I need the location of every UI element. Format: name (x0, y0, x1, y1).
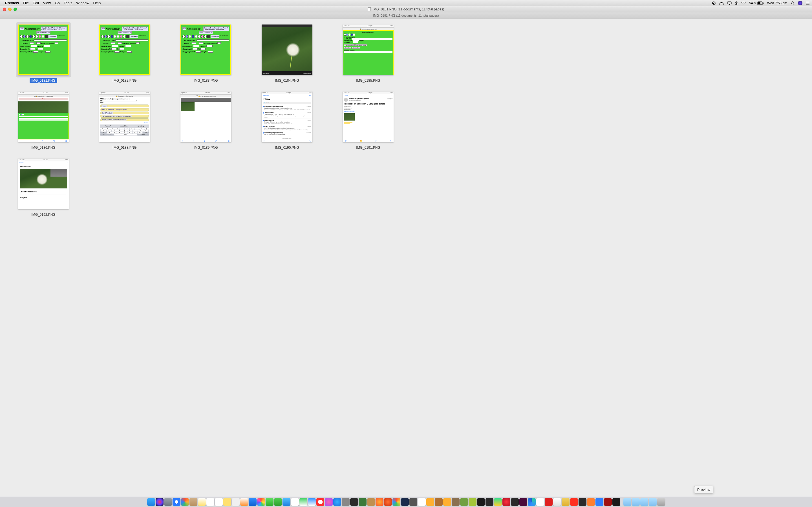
dock-icon-folder1[interactable] (623, 498, 631, 506)
thumbnail-item[interactable]: Optus 4G2:35 pm48% ‹ Inbox⌃ ⌄ Feedback: … (8, 159, 79, 217)
minimize-button[interactable] (8, 8, 11, 11)
dock-icon-wechat[interactable] (274, 498, 282, 506)
dock-icon-messages[interactable] (266, 498, 273, 506)
dock-icon-folder2[interactable] (632, 498, 640, 506)
dock-icon-gimp2[interactable] (460, 498, 468, 506)
menu-tools[interactable]: Tools (64, 1, 72, 5)
dock-icon-android[interactable] (469, 498, 476, 506)
dock-icon-panda[interactable] (418, 498, 426, 506)
menu-help[interactable]: Help (93, 1, 101, 5)
dock-icon-calendar[interactable] (215, 498, 223, 506)
thumbnail-filename[interactable]: IMG_0188.PNG (111, 145, 138, 150)
menu-file[interactable]: File (23, 1, 29, 5)
clock[interactable]: Wed 7:53 pm (767, 1, 787, 5)
spotlight-icon[interactable] (791, 1, 795, 5)
dock-icon-finder[interactable] (147, 498, 155, 506)
dock-icon-stickies[interactable] (223, 498, 231, 506)
thumbnail-filename[interactable]: IMG_0191.PNG (354, 145, 382, 150)
wifi-icon[interactable] (741, 1, 746, 5)
dock-icon-photoshop[interactable] (401, 498, 409, 506)
dock-icon-automator[interactable] (342, 498, 350, 506)
thumbnail-image[interactable]: Optus 4G2:31 pm50% 🔒 rjmprogramming.com.… (343, 24, 394, 75)
dock-icon-terminal[interactable] (350, 498, 358, 506)
dock-icon-filezilla2[interactable] (570, 498, 578, 506)
malwarebytes-icon[interactable] (719, 1, 724, 5)
dock-icon-box[interactable] (367, 498, 375, 506)
dock-icon-firefox[interactable] (375, 498, 384, 506)
thumbnail-image[interactable]: Your Annotations++ Copy (via D and Paste… (18, 24, 69, 75)
dock-icon-preview[interactable] (553, 498, 561, 506)
tab-bar[interactable]: IMG_0181.PNG (11 documents, 11 total pag… (0, 12, 812, 19)
dock-icon-filezilla[interactable] (291, 498, 299, 506)
dock-icon-gimp[interactable] (452, 498, 460, 506)
thumbnail-item[interactable]: Your Annotations++ Copy (via D and Paste… (90, 24, 160, 83)
dock-icon-firefox2[interactable] (384, 498, 392, 506)
dock-icon-warn[interactable] (612, 498, 620, 506)
dock-icon-m[interactable] (426, 498, 434, 506)
dock-icon-finder2[interactable] (562, 498, 569, 506)
dock-icon-dashboard[interactable] (181, 498, 189, 506)
thumbnail-item[interactable]: Optus 4G2:32 pm49% AA 🔒 rjmprogramming.c… (8, 92, 79, 150)
thumbnail-grid-area[interactable]: Your Annotations++ Copy (via D and Paste… (0, 19, 812, 496)
dock-icon-appstore[interactable] (333, 498, 341, 506)
dock-icon-textedit[interactable] (232, 498, 240, 506)
thumbnail-filename[interactable]: IMG_0192.PNG (30, 212, 57, 217)
thumbnail-item[interactable]: Your Annotations++ Copy (via D and Paste… (171, 24, 241, 83)
thumbnail-filename[interactable]: IMG_0184.PNG (273, 78, 301, 83)
dock-icon-chrome[interactable] (393, 498, 400, 506)
dock-icon-reminders[interactable] (206, 498, 214, 506)
dock-icon-contacts[interactable] (190, 498, 197, 506)
dock-icon-safari[interactable] (172, 498, 181, 506)
zoom-button[interactable] (13, 8, 17, 11)
dock-icon-notes[interactable] (198, 498, 206, 506)
dock-icon-slack[interactable] (536, 498, 544, 506)
thumbnail-image[interactable]: Optus 4G2:34 pm49% AA 🔒 rjmprogramming.c… (181, 92, 231, 142)
dock-icon-photos[interactable] (257, 498, 265, 506)
airplay-icon[interactable] (727, 1, 732, 5)
thumbnail-image[interactable]: Your Annotations++ Copy (via D and Paste… (181, 24, 231, 75)
dock-icon-audacity[interactable] (443, 498, 451, 506)
dock-icon-opera[interactable] (502, 498, 510, 506)
dock-icon-xcode[interactable] (249, 498, 257, 506)
dock-icon-prohibit[interactable] (316, 498, 324, 506)
menu-view[interactable]: View (43, 1, 51, 5)
thumbnail-image[interactable]: Optus 4G2:32 pm49% AA 🔒 rjmprogramming.c… (18, 92, 69, 142)
thumbnail-filename[interactable]: IMG_0181.PNG (30, 78, 57, 83)
dock-icon-f[interactable] (578, 498, 587, 506)
thumbnail-item[interactable]: Your Annotations++ Copy (via D and Paste… (8, 24, 79, 83)
dock-icon-settings[interactable] (409, 498, 417, 506)
close-button[interactable] (3, 8, 6, 11)
bluetooth-icon[interactable] (735, 1, 738, 5)
thumbnail-image[interactable]: Your Annotations++ Copy (via D and Paste… (99, 24, 150, 75)
dock-icon-keynote[interactable] (308, 498, 316, 506)
dock-icon-siri[interactable] (156, 498, 163, 506)
dock-icon-itunes[interactable] (325, 498, 333, 506)
thumbnail-image[interactable]: Optus 4G2:33 pm49% 🔒 rjmprogramming.com.… (99, 92, 150, 142)
thumbnail-item[interactable]: Optus 4G2:35 pm49% ‹ Inbox⌃ ⌄ rmetcalfe@… (333, 92, 403, 150)
thumbnail-image[interactable]: Optus 4G2:35 pm48% ‹ Inbox⌃ ⌄ Feedback: … (18, 159, 69, 209)
dock-icon-pycharm[interactable] (494, 498, 502, 506)
thumbnail-filename[interactable]: IMG_0185.PNG (354, 78, 382, 83)
thumbnail-item[interactable]: Optus 4G2:31 pm50% 🔒 rjmprogramming.com.… (333, 24, 403, 83)
dock-icon-trash[interactable] (657, 498, 665, 506)
siri-icon[interactable] (798, 1, 802, 5)
dock-icon-terminal2[interactable] (477, 498, 485, 506)
menu-window[interactable]: Window (76, 1, 89, 5)
thumbnail-filename[interactable]: IMG_0183.PNG (192, 78, 219, 83)
dock-icon-flash[interactable] (604, 498, 612, 506)
battery-status[interactable]: 54% (749, 1, 764, 5)
thumbnail-item[interactable]: Optus 4G2:33 pm49% 🔒 rjmprogramming.com.… (90, 92, 160, 150)
notification-center-icon[interactable] (806, 1, 810, 5)
thumbnail-image[interactable]: Optus 4G2:35 pm49% ‹ Inbox⌃ ⌄ rmetcalfe@… (343, 92, 394, 142)
window-titlebar[interactable]: IMG_0181.PNG (11 documents, 11 total pag… (0, 6, 812, 12)
dock-icon-flipboard[interactable] (545, 498, 553, 506)
thumbnail-item[interactable]: Optus 4G2:34 pm49% AA 🔒 rjmprogramming.c… (171, 92, 241, 150)
menu-go[interactable]: Go (55, 1, 59, 5)
dock-icon-obs[interactable] (511, 498, 519, 506)
thumbnail-filename[interactable]: IMG_0190.PNG (273, 145, 301, 150)
dock-icon-edge[interactable] (528, 498, 536, 506)
dock-icon-numbers[interactable] (299, 498, 307, 506)
dock-icon-launchpad[interactable] (164, 498, 172, 506)
dock-icon-folder3[interactable] (640, 498, 648, 506)
thumbnail-image[interactable]: Optus 4G2:34 pm49% MailboxesEdit Inbox 🔍… (262, 92, 312, 142)
